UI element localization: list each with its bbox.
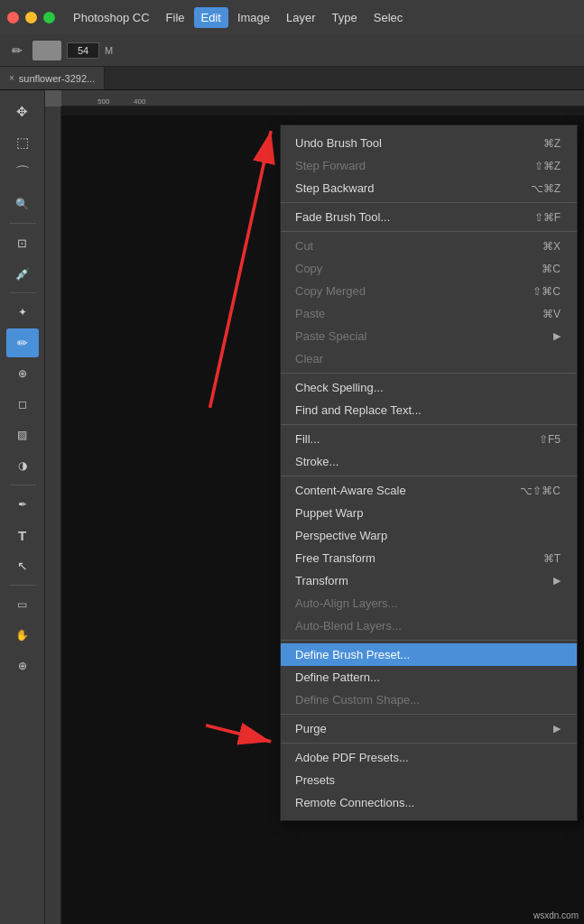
menu-bar: Photoshop CC File Edit Image Layer Type … (0, 0, 584, 34)
define-pattern-label: Define Pattern... (295, 670, 380, 684)
dodge-tool[interactable]: ◑ (6, 451, 39, 480)
fill-label: Fill... (295, 432, 320, 446)
watermark: wsxdn.com (533, 910, 579, 920)
find-replace-item[interactable]: Find and Replace Text... (281, 399, 577, 421)
perspective-warp-item[interactable]: Perspective Warp (281, 524, 577, 547)
purge-arrow: ▶ (553, 723, 561, 735)
tool-divider-2 (9, 292, 36, 293)
presets-item[interactable]: Presets (281, 769, 577, 791)
menu-item-edit[interactable]: Edit (194, 7, 228, 28)
auto-blend-item[interactable]: Auto-Blend Layers... (281, 614, 577, 637)
step-forward[interactable]: Step Forward ⇧⌘Z (281, 154, 577, 177)
undo-brush-tool-shortcut: ⌘Z (543, 137, 561, 150)
brush-size-input[interactable] (67, 42, 99, 59)
pen-tool[interactable]: ✒ (6, 490, 39, 519)
tools-panel: ✥ ⬚ ⌒ 🔍 ⊡ 💉 ✦ ✏ ⊕ ◻ ▨ ◑ ✒ T ↖ ▭ ✋ ⊕ (0, 90, 45, 924)
adobe-pdf-presets-label: Adobe PDF Presets... (295, 751, 409, 764)
define-pattern-item[interactable]: Define Pattern... (281, 666, 577, 688)
stroke-item[interactable]: Stroke... (281, 450, 577, 473)
perspective-warp-label: Perspective Warp (295, 529, 387, 542)
auto-align-label: Auto-Align Layers... (295, 596, 397, 610)
find-replace-label: Find and Replace Text... (295, 403, 422, 417)
copy-item[interactable]: Copy ⌘C (281, 257, 577, 280)
menu-section-spelling: Check Spelling... Find and Replace Text.… (281, 374, 577, 425)
puppet-warp-label: Puppet Warp (295, 506, 363, 520)
transform-item[interactable]: Transform ▶ (281, 569, 577, 592)
free-transform-item[interactable]: Free Transform ⌘T (281, 547, 577, 569)
auto-align-item[interactable]: Auto-Align Layers... (281, 592, 577, 614)
minimize-button[interactable] (25, 12, 37, 23)
content-aware-scale-item[interactable]: Content-Aware Scale ⌥⇧⌘C (281, 479, 577, 502)
copy-merged-shortcut: ⇧⌘C (533, 285, 561, 298)
free-transform-label: Free Transform (295, 551, 375, 565)
step-forward-label: Step Forward (295, 159, 366, 172)
gradient-tool[interactable]: ▨ (6, 420, 39, 449)
brush-preview (32, 41, 61, 60)
marquee-tool[interactable]: ⬚ (6, 128, 39, 157)
hand-tool[interactable]: ✋ (6, 621, 39, 650)
eyedropper-tool[interactable]: 💉 (6, 259, 39, 288)
tab-filename: sunflower-3292... (19, 73, 95, 84)
brush-tool[interactable]: ✏ (6, 328, 39, 357)
move-tool[interactable]: ✥ (6, 97, 39, 126)
define-custom-shape-item[interactable]: Define Custom Shape... (281, 688, 577, 711)
menu-item-image[interactable]: Image (230, 7, 277, 28)
path-select-tool[interactable]: ↖ (6, 551, 39, 580)
clone-tool[interactable]: ⊕ (6, 359, 39, 388)
copy-shortcut: ⌘C (542, 263, 561, 275)
quick-select-tool[interactable]: 🔍 (6, 189, 39, 218)
cut-shortcut: ⌘X (542, 240, 561, 253)
shape-tool[interactable]: ▭ (6, 590, 39, 619)
cut-item[interactable]: Cut ⌘X (281, 235, 577, 257)
ruler-marks: 500 400 (61, 90, 584, 106)
menu-item-type[interactable]: Type (325, 7, 365, 28)
menu-item-app[interactable]: Photoshop CC (66, 7, 157, 28)
menu-item-file[interactable]: File (159, 7, 192, 28)
crop-tool[interactable]: ⊡ (6, 228, 39, 257)
fade-brush-tool[interactable]: Fade Brush Tool... ⇧⌘F (281, 206, 577, 228)
define-brush-preset-item[interactable]: Define Brush Preset... (281, 643, 577, 666)
adobe-pdf-presets-item[interactable]: Adobe PDF Presets... (281, 746, 577, 769)
purge-label: Purge (295, 722, 327, 735)
lasso-tool[interactable]: ⌒ (6, 159, 39, 188)
tab-close-button[interactable]: × (9, 73, 14, 83)
undo-brush-tool-label: Undo Brush Tool (295, 136, 382, 150)
define-custom-shape-label: Define Custom Shape... (295, 693, 420, 707)
presets-label: Presets (295, 773, 335, 787)
window-controls (7, 12, 55, 23)
fade-brush-tool-shortcut: ⇧⌘F (534, 211, 561, 224)
menu-item-select[interactable]: Selec (366, 7, 411, 28)
spot-heal-tool[interactable]: ✦ (6, 298, 39, 327)
define-brush-preset-label: Define Brush Preset... (295, 648, 410, 661)
menu-section-fill: Fill... ⇧F5 Stroke... (281, 425, 577, 476)
tool-divider-3 (9, 485, 36, 485)
clear-item[interactable]: Clear (281, 347, 577, 370)
paste-label: Paste (295, 307, 325, 320)
paste-special-item[interactable]: Paste Special ▶ (281, 325, 577, 347)
remote-connections-label: Remote Connections... (295, 796, 414, 809)
copy-merged-item[interactable]: Copy Merged ⇧⌘C (281, 280, 577, 302)
remote-connections-item[interactable]: Remote Connections... (281, 791, 577, 814)
document-tab[interactable]: × sunflower-3292... (0, 67, 105, 89)
eraser-tool[interactable]: ◻ (6, 390, 39, 419)
puppet-warp-item[interactable]: Puppet Warp (281, 502, 577, 524)
close-button[interactable] (7, 12, 19, 23)
paste-item[interactable]: Paste ⌘V (281, 302, 577, 325)
menu-section-adobe: Adobe PDF Presets... Presets Remote Conn… (281, 744, 577, 817)
menu-section-transform: Content-Aware Scale ⌥⇧⌘C Puppet Warp Per… (281, 476, 577, 641)
text-tool[interactable]: T (6, 521, 39, 550)
undo-brush-tool[interactable]: Undo Brush Tool ⌘Z (281, 132, 577, 154)
zoom-tool[interactable]: ⊕ (6, 651, 39, 680)
fill-item[interactable]: Fill... ⇧F5 (281, 428, 577, 450)
maximize-button[interactable] (43, 12, 55, 23)
purge-item[interactable]: Purge ▶ (281, 717, 577, 740)
menu-section-clipboard: Cut ⌘X Copy ⌘C Copy Merged ⇧⌘C Paste ⌘V … (281, 232, 577, 374)
cut-label: Cut (295, 239, 313, 253)
menu-item-layer[interactable]: Layer (279, 7, 323, 28)
step-backward[interactable]: Step Backward ⌥⌘Z (281, 177, 577, 199)
check-spelling-item[interactable]: Check Spelling... (281, 376, 577, 399)
tool-divider-4 (9, 585, 36, 586)
ruler-mark-500: 500 (97, 97, 134, 106)
brush-icon: ✏ (7, 41, 27, 60)
menu-section-undo: Undo Brush Tool ⌘Z Step Forward ⇧⌘Z Step… (281, 129, 577, 203)
